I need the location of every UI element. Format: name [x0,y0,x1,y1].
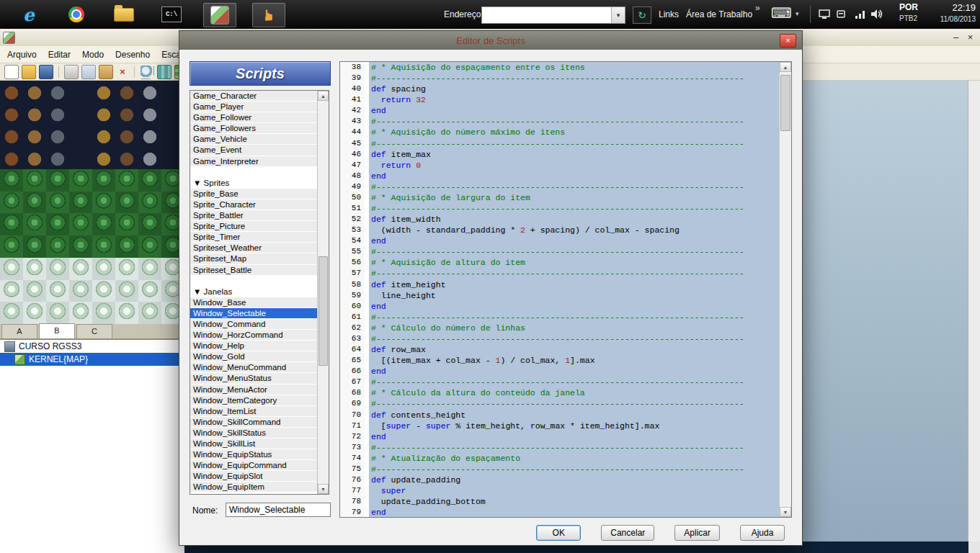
code-line[interactable]: 46def item_max [340,149,779,160]
address-combobox[interactable]: ▾ [481,6,625,24]
script-list-scroll-thumb[interactable] [318,256,328,366]
tile[interactable] [92,147,115,169]
tile[interactable] [115,81,138,103]
script-list-item[interactable]: Window_SkillList [190,439,317,449]
tile[interactable] [0,169,23,192]
tile[interactable] [138,103,161,125]
script-list-item[interactable]: Window_Gold [190,351,317,362]
cmd-taskbar-button[interactable]: C:\ [156,3,187,26]
scroll-down-icon[interactable]: ▼ [780,507,791,517]
code-line[interactable]: 45#-------------------------------------… [340,138,779,149]
script-list-item[interactable]: Game_Event [190,145,317,156]
code-line[interactable]: 56# * Aquisição de altura do item [340,257,779,268]
tree-item-map[interactable]: KERNEL{MAP} [0,353,184,366]
script-list-item[interactable]: Window_Selectable [190,308,317,319]
hand-tool-taskbar-button[interactable]: ☛ [252,3,285,27]
cancel-button[interactable]: Cancelar [601,525,654,541]
code-line[interactable]: 78 update_padding_bottom [340,496,779,507]
script-list-item[interactable]: Game_Follower [190,112,317,123]
code-line[interactable]: 54end [340,235,779,246]
script-list-item[interactable]: Window_EquipStatus [190,449,317,460]
code-line[interactable]: 50# * Aquisição de largura do item [340,192,779,203]
close-window-button[interactable]: × [964,31,976,43]
script-list-item[interactable]: ▼ Janelas [190,287,317,297]
script-list-item[interactable]: Sprite_Battler [190,210,317,221]
tile[interactable] [69,169,92,192]
code-line[interactable]: 55#-------------------------------------… [340,246,779,257]
script-list-item[interactable]: Window_HorzCommand [190,330,317,341]
script-list-item[interactable]: Sprite_Base [190,189,317,199]
address-combobox-text[interactable] [482,7,611,23]
zoom-button[interactable] [140,65,154,79]
code-line[interactable]: 44# * Aquisição do número máximo de iten… [340,127,779,138]
tile[interactable] [92,103,115,125]
delete-button[interactable]: × [116,66,129,78]
scroll-up-icon[interactable]: ▲ [780,62,791,72]
tile[interactable] [46,280,69,302]
tile[interactable] [46,213,69,235]
tile[interactable] [69,125,92,147]
script-list-item[interactable]: ▼ Sprites [190,178,317,189]
tile[interactable] [115,235,138,258]
script-list-item[interactable]: Sprite_Timer [190,232,317,243]
language-indicator[interactable]: POR PTB2 [899,3,918,22]
rpgmaker-taskbar-button[interactable] [203,3,236,27]
save-project-button[interactable] [39,65,53,79]
code-line[interactable]: 68# * Cálculo da altura do conteúdo da j… [340,387,779,398]
tile[interactable] [23,125,46,147]
toolbar-overflow-chevron-icon[interactable]: » [755,3,760,13]
tile[interactable] [46,169,69,192]
tile[interactable] [138,302,161,324]
script-list-item[interactable]: Game_Interpreter [190,156,317,167]
palette-tab-b[interactable]: B [39,323,75,338]
scroll-down-icon[interactable]: ▼ [318,484,329,494]
script-name-input[interactable] [226,503,331,517]
tile[interactable] [0,280,23,302]
tile[interactable] [0,192,23,214]
new-project-button[interactable] [4,65,19,79]
tile[interactable] [138,169,161,192]
tile[interactable] [46,192,69,214]
tile[interactable] [0,302,23,324]
tile[interactable] [0,103,23,125]
script-list-item[interactable]: Game_Character [190,91,317,102]
code-line[interactable]: 41 return 32 [340,94,779,105]
menu-editar[interactable]: Editar [48,50,71,60]
code-line[interactable]: 73#-------------------------------------… [340,442,779,453]
map-mode-button[interactable] [157,65,172,79]
tile[interactable] [115,169,138,192]
tile[interactable] [138,213,161,235]
tile[interactable] [92,302,115,324]
script-list-item[interactable]: Window_EquipItem [190,482,317,493]
volume-icon[interactable] [870,9,883,19]
tile[interactable] [115,302,138,324]
tile[interactable] [23,192,46,214]
script-list-item[interactable]: Window_MenuStatus [190,373,317,384]
tile[interactable] [46,81,69,103]
tile[interactable] [69,81,92,103]
tile[interactable] [92,125,115,147]
paste-button[interactable] [99,65,113,79]
code-line[interactable]: 60end [340,301,779,312]
tile[interactable] [0,147,23,169]
code-line[interactable]: 65 [(item_max + col_max - 1) / col_max, … [340,355,779,366]
tile[interactable] [0,125,23,147]
tile[interactable] [138,81,161,103]
tile[interactable] [23,302,46,324]
refresh-button[interactable]: ↻ [633,6,651,24]
tile[interactable] [0,213,23,235]
code-line[interactable]: 75#-------------------------------------… [340,464,779,475]
code-line[interactable]: 53 (width - standard_padding * 2 + spaci… [340,225,779,235]
tile[interactable] [138,147,161,169]
script-list-item[interactable]: Spriteset_Map [190,253,317,264]
code-line[interactable]: 76def update_padding [340,475,779,485]
tile[interactable] [115,280,138,302]
tile[interactable] [92,213,115,235]
script-list-item[interactable]: Window_EquipSlot [190,471,317,482]
code-line[interactable]: 77 super [340,485,779,496]
code-line[interactable]: 39#-------------------------------------… [340,73,779,84]
code-line[interactable]: 59 line_height [340,290,779,301]
clock[interactable]: 22:19 11/08/2013 [934,3,976,23]
tile[interactable] [69,192,92,214]
script-list-item[interactable]: Sprite_Picture [190,221,317,232]
